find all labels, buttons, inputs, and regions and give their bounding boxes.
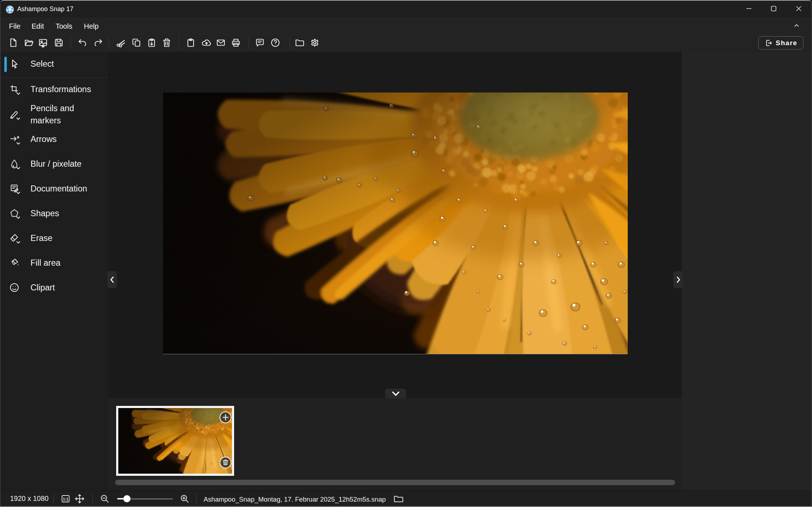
svg-text:1:1: 1:1 — [63, 497, 68, 501]
